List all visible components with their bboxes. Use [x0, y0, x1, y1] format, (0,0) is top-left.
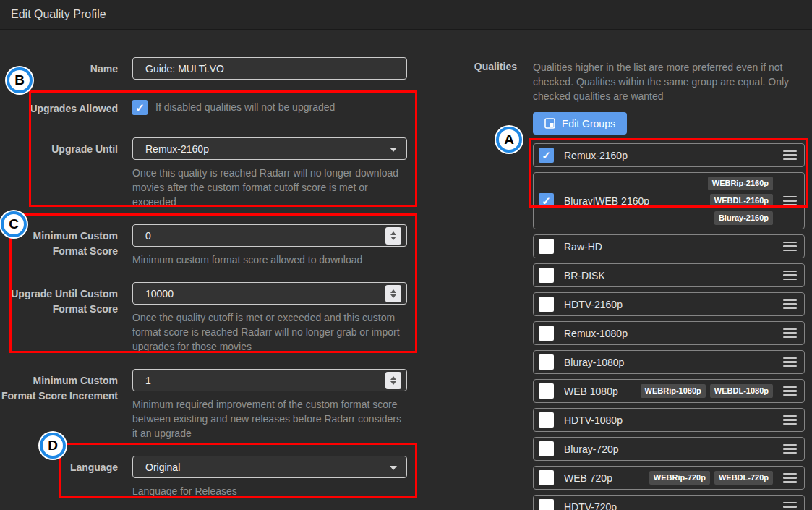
drag-handle-icon[interactable] [783, 444, 797, 454]
upgrade-until-format-score-value: 10000 [145, 288, 174, 299]
quality-checkbox[interactable] [539, 268, 554, 283]
group-icon [544, 118, 555, 129]
quality-name: Bluray-1080p [564, 357, 624, 368]
min-format-score-increment-group: Minimum Custom Format Score Increment 1 … [0, 369, 434, 441]
quality-badge: WEBRip-2160p [708, 177, 773, 190]
quality-checkbox[interactable] [539, 383, 554, 399]
min-format-score-help: Minimum custom format score allowed to d… [132, 252, 407, 267]
quality-checkbox[interactable] [539, 412, 554, 428]
min-format-score-input[interactable]: 0 [132, 224, 407, 247]
quality-badge: WEBRip-1080p [641, 384, 706, 398]
quality-row[interactable]: HDTV-2160p [533, 292, 805, 316]
chevron-up-icon [390, 289, 396, 293]
name-value: Guide: MULTi.VO [145, 63, 224, 75]
check-icon: ✓ [542, 195, 551, 206]
upgrade-until-select[interactable]: Remux-2160p [132, 137, 407, 160]
check-icon: ✓ [542, 150, 551, 161]
quality-badges: WEBRip-1080pWEBDL-1080p [641, 384, 773, 398]
quality-name: WEB 1080p [564, 386, 618, 397]
drag-handle-icon[interactable] [783, 328, 797, 339]
quality-row[interactable]: WEB 720pWEBRip-720pWEBDL-720p [533, 466, 805, 490]
upgrades-allowed-label: Upgrades Allowed [0, 100, 118, 116]
quality-row[interactable]: ✓Remux-2160p [533, 143, 805, 167]
quality-row[interactable]: HDTV-1080p [533, 408, 805, 432]
quality-badge: WEBRip-720p [649, 471, 710, 485]
quality-checkbox[interactable] [539, 354, 554, 370]
quality-badge: Bluray-2160p [714, 211, 773, 225]
quality-badges: WEBRip-2160pWEBDL-2160pBluray-2160p [659, 177, 773, 225]
upgrades-allowed-help: If disabled qualities will not be upgrad… [155, 100, 335, 115]
min-format-score-increment-value: 1 [145, 375, 151, 386]
drag-handle-icon[interactable] [783, 299, 797, 310]
number-stepper[interactable] [385, 285, 401, 302]
quality-badges: WEBRip-720pWEBDL-720p [649, 471, 773, 485]
drag-handle-icon[interactable] [783, 415, 797, 425]
min-format-score-increment-input[interactable]: 1 [132, 369, 407, 391]
quality-checkbox[interactable] [539, 470, 554, 485]
name-group: Name Guide: MULTi.VO [0, 57, 434, 80]
quality-checkbox[interactable]: ✓ [539, 148, 554, 163]
quality-checkbox[interactable] [539, 239, 554, 254]
name-input[interactable]: Guide: MULTi.VO [132, 57, 407, 80]
quality-checkbox[interactable]: ✓ [539, 193, 554, 208]
quality-name: Remux-2160p [564, 150, 628, 161]
quality-badge: WEBDL-720p [714, 471, 773, 485]
quality-row[interactable]: Bluray-720p [533, 437, 805, 461]
upgrade-until-format-score-label: Upgrade Until Custom Format Score [0, 282, 118, 354]
quality-checkbox[interactable] [539, 499, 554, 510]
chevron-down-icon [390, 237, 396, 240]
chevron-down-icon [390, 294, 396, 298]
upgrade-until-group: Upgrade Until Remux-2160p Once this qual… [0, 137, 434, 209]
upgrade-until-format-score-help: Once the quality cutoff is met or exceed… [132, 310, 407, 354]
min-format-score-increment-help: Minimum required improvement of the cust… [132, 397, 407, 441]
quality-checkbox[interactable] [539, 441, 554, 456]
drag-handle-icon[interactable] [783, 473, 797, 483]
upgrades-allowed-checkbox[interactable]: ✓ [132, 100, 148, 115]
qualities-section: Qualities Qualities higher in the list a… [474, 29, 812, 510]
quality-list: ✓Remux-2160p✓Bluray|WEB 2160pWEBRip-2160… [533, 143, 805, 510]
drag-handle-icon[interactable] [783, 196, 797, 206]
quality-badge: WEBDL-1080p [710, 384, 773, 398]
quality-name: HDTV-2160p [564, 299, 623, 310]
modal-header: Edit Quality Profile [0, 0, 812, 30]
quality-row[interactable]: Bluray-1080p [533, 350, 805, 374]
quality-name: Bluray|WEB 2160p [564, 195, 649, 207]
drag-handle-icon[interactable] [783, 271, 797, 281]
drag-handle-icon[interactable] [783, 386, 797, 396]
quality-name: Raw-HD [564, 241, 602, 252]
upgrade-until-format-score-group: Upgrade Until Custom Format Score 10000 … [0, 282, 434, 354]
quality-row[interactable]: Remux-1080p [533, 321, 805, 345]
edit-quality-profile-modal: Edit Quality Profile Name Guide: MULTi.V… [0, 0, 812, 510]
number-stepper[interactable] [385, 227, 401, 245]
min-format-score-increment-label: Minimum Custom Format Score Increment [0, 369, 118, 441]
min-format-score-label: Minimum Custom Format Score [0, 224, 118, 267]
language-select[interactable]: Original [132, 456, 407, 478]
number-stepper[interactable] [385, 372, 401, 389]
quality-row[interactable]: WEB 1080pWEBRip-1080pWEBDL-1080p [533, 379, 805, 403]
profile-form: Name Guide: MULTi.VO Upgrades Allowed ✓ … [0, 29, 434, 498]
qualities-label: Qualities [474, 60, 517, 510]
chevron-down-icon [390, 148, 397, 152]
edit-groups-button[interactable]: Edit Groups [533, 112, 627, 135]
drag-handle-icon[interactable] [783, 357, 797, 367]
upgrade-until-format-score-input[interactable]: 10000 [132, 282, 407, 305]
upgrades-allowed-group: Upgrades Allowed ✓ If disabled qualities… [0, 100, 434, 116]
quality-name: Bluray-720p [564, 443, 619, 455]
quality-checkbox[interactable] [539, 297, 554, 312]
quality-row[interactable]: ✓Bluray|WEB 2160pWEBRip-2160pWEBDL-2160p… [533, 172, 805, 229]
quality-checkbox[interactable] [539, 326, 554, 341]
drag-handle-icon[interactable] [783, 502, 797, 510]
chevron-up-icon [390, 376, 396, 380]
drag-handle-icon[interactable] [783, 242, 797, 252]
quality-row[interactable]: BR-DISK [533, 263, 805, 287]
qualities-description: Qualities higher in the list are more pr… [533, 60, 805, 103]
quality-row[interactable]: Raw-HD [533, 234, 805, 258]
language-group: Language Original Language for Releases [0, 456, 434, 498]
upgrade-until-help: Once this quality is reached Radarr will… [132, 166, 407, 209]
chevron-down-icon [390, 466, 397, 470]
drag-handle-icon[interactable] [783, 150, 797, 161]
quality-name: Remux-1080p [564, 328, 628, 339]
min-format-score-value: 0 [145, 230, 151, 242]
quality-row[interactable]: HDTV-720p [533, 495, 805, 510]
name-label: Name [0, 57, 118, 80]
